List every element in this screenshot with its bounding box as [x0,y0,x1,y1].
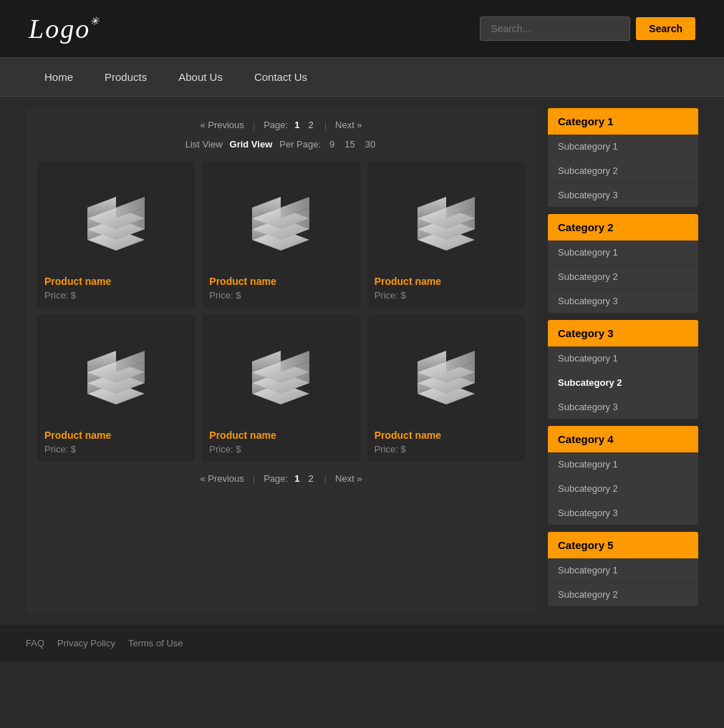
subcategory-4-3[interactable]: Subcategory 3 [548,501,698,525]
footer-terms[interactable]: Terms of Use [128,638,183,649]
search-input[interactable] [480,16,630,41]
product-card-2[interactable]: Product name Price: $ [202,161,359,308]
bottom-next-button[interactable]: Next » [335,473,362,484]
per-page-30[interactable]: 30 [365,139,375,150]
product-card-5[interactable]: Product name Price: $ [202,315,359,462]
logo: Logo [29,13,90,44]
product-image-4 [44,322,188,422]
subcategory-2-1[interactable]: Subcategory 1 [548,241,698,265]
category-block-3: Category 3 Subcategory 1 Subcategory 2 S… [548,320,698,419]
logo-text: Logo [29,14,90,44]
header: Logo Search [0,0,724,57]
nav-contact[interactable]: Contact Us [238,58,323,96]
product-name-3: Product name [375,276,518,287]
products-area: « Previous | Page: 1 2 | Next » List Vie… [26,108,536,613]
category-5-header[interactable]: Category 5 [548,532,698,558]
main-content: « Previous | Page: 1 2 | Next » List Vie… [26,108,698,613]
product-price-5: Price: $ [209,444,352,455]
page-1-button[interactable]: 1 [292,120,301,130]
category-2-header[interactable]: Category 2 [548,214,698,241]
product-name-1: Product name [44,276,188,287]
top-pagination: « Previous | Page: 1 2 | Next » [37,120,525,130]
product-image-1 [44,168,188,268]
subcategory-1-1[interactable]: Subcategory 1 [548,135,698,159]
product-name-6: Product name [375,429,518,441]
subcategory-2-2[interactable]: Subcategory 2 [548,265,698,289]
bottom-prev-button[interactable]: « Previous [200,473,243,484]
product-name-2: Product name [209,276,352,287]
category-block-5: Category 5 Subcategory 1 Subcategory 2 [548,532,698,606]
product-price-1: Price: $ [44,290,188,301]
product-card-1[interactable]: Product name Price: $ [37,161,195,308]
view-controls: List View Grid View Per Page: 9 15 30 [37,139,525,150]
subcategory-5-1[interactable]: Subcategory 1 [548,558,698,583]
top-prev-button[interactable]: « Previous [200,120,243,130]
product-price-4: Price: $ [44,444,188,455]
product-image-6 [375,322,518,422]
category-block-4: Category 4 Subcategory 1 Subcategory 2 S… [548,426,698,525]
search-area: Search [480,16,695,41]
nav-home[interactable]: Home [29,58,89,96]
category-4-header[interactable]: Category 4 [548,426,698,452]
product-price-3: Price: $ [375,290,518,301]
product-grid: Product name Price: $ [37,161,525,462]
product-image-3 [375,168,518,268]
per-page-9[interactable]: 9 [329,139,334,150]
subcategory-2-3[interactable]: Subcategory 3 [548,289,698,313]
subcategory-4-2[interactable]: Subcategory 2 [548,477,698,501]
product-price-2: Price: $ [209,290,352,301]
category-block-1: Category 1 Subcategory 1 Subcategory 2 S… [548,108,698,207]
page-2-button[interactable]: 2 [306,120,315,130]
product-card-3[interactable]: Product name Price: $ [367,161,525,308]
subcategory-3-3[interactable]: Subcategory 3 [548,395,698,419]
product-name-5: Product name [209,429,352,441]
per-page-label: Per Page: [279,139,321,150]
grid-view-button[interactable]: Grid View [230,139,273,150]
product-image-5 [209,322,352,422]
subcategory-1-3[interactable]: Subcategory 3 [548,183,698,207]
sidebar: Category 1 Subcategory 1 Subcategory 2 S… [548,108,698,613]
list-view-button[interactable]: List View [185,139,223,150]
product-card-4[interactable]: Product name Price: $ [37,315,195,462]
footer: FAQ Privacy Policy Terms of Use [0,625,724,661]
search-button[interactable]: Search [636,17,695,40]
nav-products[interactable]: Products [89,58,163,96]
main-nav: Home Products About Us Contact Us [0,57,724,97]
top-next-button[interactable]: Next » [335,120,362,130]
product-image-2 [209,168,352,268]
bottom-page-1-button[interactable]: 1 [292,473,301,484]
page-label: Page: [264,120,288,130]
subcategory-5-2[interactable]: Subcategory 2 [548,583,698,606]
category-block-2: Category 2 Subcategory 1 Subcategory 2 S… [548,214,698,313]
subcategory-3-1[interactable]: Subcategory 1 [548,346,698,371]
subcategory-3-2[interactable]: Subcategory 2 [548,371,698,395]
nav-about[interactable]: About Us [163,58,238,96]
product-price-6: Price: $ [375,444,518,455]
footer-faq[interactable]: FAQ [26,638,44,649]
bottom-page-2-button[interactable]: 2 [306,473,315,484]
subcategory-1-2[interactable]: Subcategory 2 [548,159,698,183]
product-name-4: Product name [44,429,188,441]
product-card-6[interactable]: Product name Price: $ [367,315,525,462]
bottom-page-label: Page: [264,473,288,484]
per-page-15[interactable]: 15 [344,139,354,150]
footer-privacy[interactable]: Privacy Policy [57,638,115,649]
bottom-pagination: « Previous | Page: 1 2 | Next » [37,473,525,484]
category-1-header[interactable]: Category 1 [548,108,698,135]
category-3-header[interactable]: Category 3 [548,320,698,346]
subcategory-4-1[interactable]: Subcategory 1 [548,452,698,477]
